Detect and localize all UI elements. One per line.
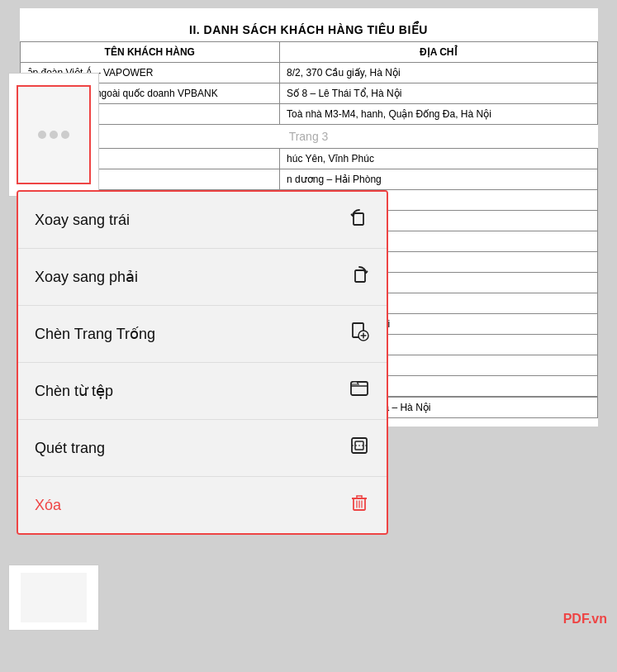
menu-item-scan[interactable]: Quét trang: [18, 420, 387, 477]
col-header-name: TÊN KHÁCH HÀNG: [20, 42, 280, 63]
thumbnail-bottom: [8, 565, 99, 631]
thumb-dot: [50, 131, 58, 139]
cell-addr: húc Yên, Vĩnh Phúc: [280, 149, 597, 169]
table-row: ı hàng cổ phần ngoài quốc doanh VPBANK S…: [20, 83, 597, 104]
menu-item-insert-blank[interactable]: Chèn Trang Trống: [18, 306, 387, 363]
section-title: II. DANH SÁCH KHÁCH HÀNG TIÊU BIỂU: [20, 17, 598, 41]
customer-table: TÊN KHÁCH HÀNG ĐỊA CHỈ ập đoàn Việt Á – …: [20, 41, 598, 125]
cell-addr: Số 8 – Lê Thái Tổ, Hà Nội: [280, 83, 597, 104]
page-label: Trang 3: [20, 125, 598, 148]
thumbnail-inner-top: [17, 85, 91, 184]
watermark: PDF.vn: [563, 612, 607, 627]
rotate-left-icon: [349, 207, 370, 233]
insert-blank-icon: [349, 321, 370, 347]
cell-addr: 8/2, 370 Cầu giấy, Hà Nội: [280, 63, 597, 83]
cell-addr: Toà nhà M3-M4, hanh, Quận Đống Đa, Hà Nộ…: [280, 104, 597, 125]
thumb-dot: [61, 131, 69, 139]
rotate-right-icon: [349, 264, 370, 290]
table-row: ập đoàn Việt Á – VAPOWER 8/2, 370 Cầu gi…: [20, 63, 597, 83]
table-row: húc Yên, Vĩnh Phúc: [20, 149, 597, 169]
menu-item-insert-file[interactable]: Chèn từ tệp: [18, 363, 387, 420]
menu-item-delete[interactable]: Xóa: [18, 477, 387, 533]
cell-addr: n dương – Hải Phòng: [280, 169, 597, 190]
page-background: II. DANH SÁCH KHÁCH HÀNG TIÊU BIỂU TÊN K…: [0, 0, 617, 672]
thumbnail-top: [8, 73, 99, 197]
scan-icon: [349, 435, 370, 461]
menu-item-scan-label: Quét trang: [35, 440, 105, 457]
table-wrapper: TÊN KHÁCH HÀNG ĐỊA CHỈ ập đoàn Việt Á – …: [20, 41, 598, 125]
menu-item-rotate-right[interactable]: Xoay sang phải: [18, 249, 387, 306]
thumbnail-inner-bottom: [21, 573, 87, 622]
table-row: Toà nhà M3-M4, hanh, Quận Đống Đa, Hà Nộ…: [20, 104, 597, 125]
menu-item-rotate-left[interactable]: Xoay sang trái: [18, 192, 387, 249]
menu-item-rotate-right-label: Xoay sang phải: [35, 268, 138, 286]
menu-item-delete-label: Xóa: [35, 497, 61, 514]
svg-rect-0: [354, 213, 363, 225]
menu-item-rotate-left-label: Xoay sang trái: [35, 212, 130, 229]
menu-item-insert-file-label: Chèn từ tệp: [35, 382, 113, 400]
table-row: n dương – Hải Phòng: [20, 169, 597, 190]
thumb-dots: [38, 131, 69, 139]
insert-file-icon: [349, 378, 370, 404]
thumb-dot: [38, 131, 46, 139]
context-menu: Xoay sang trái Xoay sang phải Chèn T: [17, 190, 388, 535]
col-header-addr: ĐỊA CHỈ: [280, 42, 597, 63]
menu-item-insert-blank-label: Chèn Trang Trống: [35, 325, 155, 343]
delete-icon: [349, 492, 370, 518]
svg-rect-1: [355, 270, 365, 282]
